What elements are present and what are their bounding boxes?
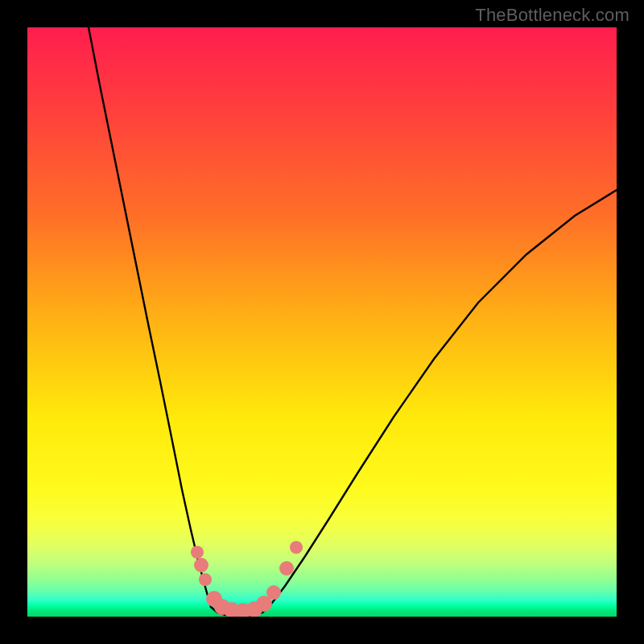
bottleneck-curve xyxy=(27,27,617,617)
trough-marker xyxy=(290,541,303,554)
trough-marker xyxy=(194,558,208,572)
attribution-label: TheBottleneck.com xyxy=(475,5,630,26)
trough-markers xyxy=(191,541,303,617)
plot-area xyxy=(27,27,617,617)
trough-marker xyxy=(279,561,294,576)
curve-path-group xyxy=(89,27,617,616)
trough-marker xyxy=(199,573,212,586)
chart-frame: TheBottleneck.com xyxy=(0,0,644,644)
trough-marker xyxy=(266,585,281,600)
curve-left-branch xyxy=(89,27,211,607)
curve-right-branch xyxy=(269,190,617,607)
trough-marker xyxy=(191,546,204,559)
